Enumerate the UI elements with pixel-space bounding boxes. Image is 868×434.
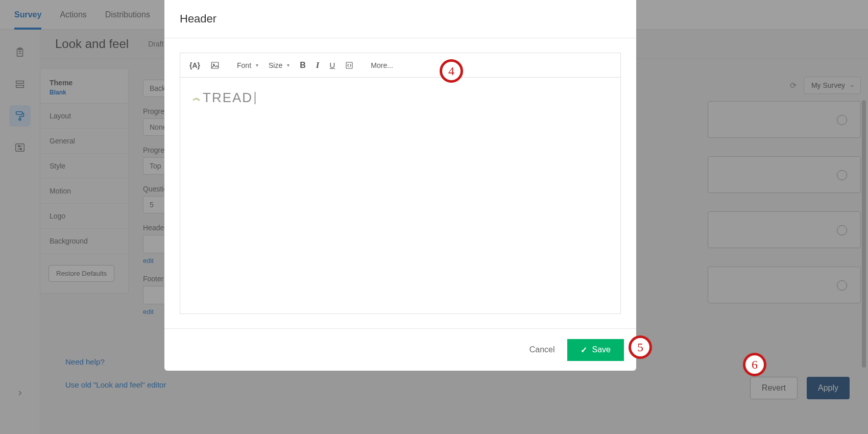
italic-button[interactable]: I	[316, 60, 320, 70]
bold-button[interactable]: B	[300, 61, 306, 70]
svg-rect-13	[211, 62, 219, 68]
annotation-5: 5	[629, 335, 652, 359]
rich-text-editor: {A} Font Size B I U More... ︿︿	[180, 53, 621, 314]
chevron-up-icon: ︿︿	[192, 95, 201, 101]
check-icon: ✓	[581, 345, 587, 355]
cancel-button[interactable]: Cancel	[529, 345, 555, 354]
modal-title: Header	[164, 0, 636, 38]
svg-rect-15	[346, 62, 352, 68]
underline-button[interactable]: U	[329, 61, 335, 69]
save-button-label: Save	[592, 345, 611, 354]
header-editor-modal: Header {A} Font Size B I U More...	[164, 0, 636, 371]
text-cursor	[255, 92, 255, 104]
annotation-4: 4	[440, 59, 463, 83]
size-dropdown[interactable]: Size	[269, 61, 290, 69]
insert-image-button[interactable]	[210, 61, 220, 70]
font-dropdown[interactable]: Font	[237, 61, 258, 69]
source-button[interactable]	[345, 61, 353, 69]
save-button[interactable]: ✓ Save	[567, 339, 624, 361]
annotation-6: 6	[743, 353, 766, 376]
logo-text: TREAD	[203, 90, 253, 106]
more-button[interactable]: More...	[371, 61, 393, 69]
editor-toolbar: {A} Font Size B I U More...	[180, 53, 620, 78]
piped-text-button[interactable]: {A}	[189, 61, 200, 69]
header-logo: ︿︿ TREAD	[192, 90, 608, 106]
editor-content[interactable]: ︿︿ TREAD	[180, 78, 620, 314]
